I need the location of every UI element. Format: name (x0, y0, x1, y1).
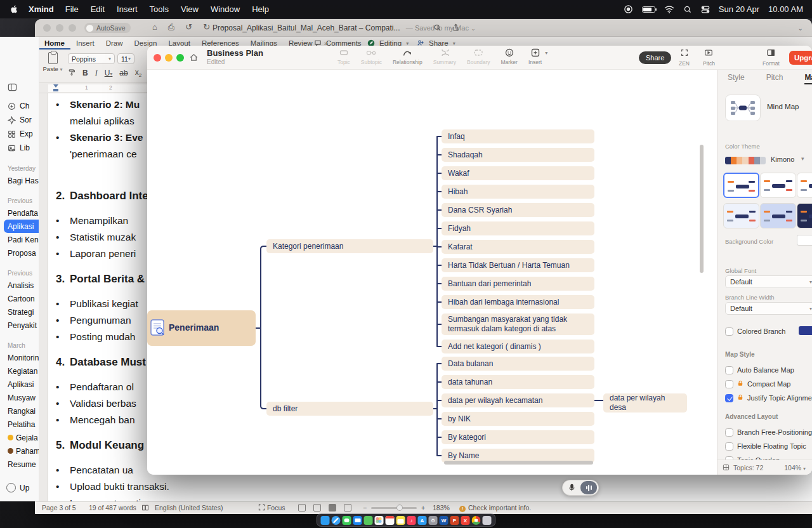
dock-app-store-icon[interactable]: A (418, 516, 427, 525)
font-name-select[interactable]: Poppins ▾ (68, 53, 115, 64)
flexible-floating-topic-checkbox[interactable] (725, 442, 733, 451)
language-indicator[interactable]: English (United States) (155, 504, 223, 512)
sidebar-chat-item[interactable]: Resume (0, 458, 39, 471)
word-zoom-button[interactable] (69, 24, 76, 32)
spellcheck-icon[interactable] (141, 504, 149, 513)
sidebar-toggle-icon[interactable] (8, 82, 17, 95)
word-tab-home[interactable]: Home (39, 37, 70, 50)
dock-mail-icon[interactable] (353, 516, 362, 525)
sidebar-item-lib[interactable]: Lib (0, 141, 39, 155)
mindmap-canvas[interactable]: PenerimaanKategori penerimaanInfaqShadaq… (147, 70, 717, 475)
theme-thumbnail-4[interactable] (723, 203, 759, 228)
menubar-menu-tools[interactable]: Tools (150, 4, 169, 14)
mindmap-branch-topic[interactable]: db filter (266, 402, 433, 416)
format-tab-style[interactable]: Style (728, 73, 745, 84)
menubar-menu-help[interactable]: Help (252, 4, 269, 14)
chevron-down-icon[interactable]: ⌄ (471, 25, 476, 32)
mindmap-subtopic[interactable]: Bantuan dari pemerintah (442, 277, 594, 291)
word-tab-draw[interactable]: Draw (100, 37, 129, 50)
autosave-toggle[interactable]: AutoSave (84, 23, 131, 33)
sidebar-chat-item[interactable]: Strategi (0, 305, 39, 319)
format-tab-pitch[interactable]: Pitch (766, 73, 783, 84)
mindmap-subtopic[interactable]: data per wilayah kecamatan (442, 393, 594, 407)
branch-line-width-dropdown[interactable]: Default ▾ (725, 302, 812, 315)
share-icon[interactable] (452, 23, 460, 34)
sidebar-chat-item[interactable]: Aplikasi (0, 378, 39, 391)
sidebar-chat-item[interactable]: Rangkai (0, 404, 39, 418)
word-tab-insert[interactable]: Insert (70, 37, 100, 50)
xmind-tool-boundary[interactable]: Boundary (467, 48, 490, 65)
page-count[interactable]: Page 3 of 5 (42, 504, 76, 512)
collapse-toolbar-chevron-icon[interactable]: ⌄ (798, 25, 803, 32)
dock-chrome-icon[interactable] (472, 516, 481, 525)
mindmap-subtopic[interactable]: Data bulanan (442, 357, 594, 371)
sidebar-chat-item[interactable]: Pelatiha (0, 418, 39, 431)
sidebar-chat-item[interactable]: Analisis (0, 279, 39, 292)
justify-topic-alignment-checkbox[interactable] (725, 394, 733, 402)
theme-name-value[interactable]: Kimono (771, 155, 794, 163)
pitch-mode-button[interactable]: Pitch (703, 48, 715, 67)
dictation-mic-button[interactable] (563, 484, 580, 492)
menubar-menu-window[interactable]: Window (211, 4, 240, 14)
sidebar-item-sor[interactable]: Sor (0, 113, 39, 127)
horizontal-scrollbar[interactable] (444, 461, 593, 465)
mindmap-branch-topic[interactable]: Kategori penerimaan (266, 239, 433, 253)
undo-icon[interactable]: ↺ (185, 22, 192, 32)
redo-icon[interactable]: ↻ (203, 22, 210, 32)
xmind-close-button[interactable] (154, 54, 161, 62)
zoom-percentage[interactable]: 183% (433, 504, 450, 512)
sidebar-account-item[interactable]: Up (0, 483, 39, 492)
zoom-in-button[interactable]: + (421, 504, 425, 512)
upgrade-button[interactable]: Upgrade (789, 51, 812, 65)
menubar-menu-file[interactable]: File (65, 4, 79, 14)
view-print-layout-icon[interactable] (329, 504, 336, 512)
spotlight-search-icon[interactable] (683, 5, 692, 14)
mindmap-root-topic[interactable]: Penerimaan (147, 310, 256, 346)
menubar-menu-insert[interactable]: Insert (117, 4, 138, 14)
sidebar-chat-item[interactable]: Musyaw (0, 391, 39, 404)
canvas-zoom-control[interactable]: 104% ▾ (784, 464, 806, 472)
sidebar-chat-item-selected[interactable]: Aplikasi (4, 220, 39, 233)
home-icon[interactable]: ⌂ (152, 22, 157, 32)
xmind-share-button[interactable]: Share (639, 51, 671, 64)
structure-preview-card[interactable] (725, 95, 761, 121)
word-minimize-button[interactable] (56, 24, 63, 32)
mindmap-subtopic[interactable]: Harta Tidak Bertuan / Harta Temuan (442, 258, 594, 272)
xmind-tool-marker[interactable]: Marker (501, 48, 517, 65)
xmind-tool-subtopic[interactable]: Subtopic (361, 48, 382, 65)
mindmap-subtopic[interactable]: Dana CSR Syariah (442, 203, 594, 217)
word-count[interactable]: 19 of 487 words (89, 504, 136, 512)
dock-powerpoint-icon[interactable]: P (450, 516, 459, 525)
dock-music-icon[interactable]: ♪ (407, 516, 416, 525)
mindmap-subtopic[interactable]: Hibah (442, 185, 594, 199)
bold-button[interactable]: B (82, 69, 88, 77)
dock-xmind-icon[interactable]: X (461, 516, 470, 525)
mindmap-subtopic[interactable]: by NIK (442, 412, 594, 426)
theme-thumbnail-2[interactable] (760, 173, 796, 198)
paste-button[interactable]: Paste ▾ (41, 52, 64, 72)
mindmap-subtopic[interactable]: By kategori (442, 430, 594, 444)
sidebar-chat-item[interactable]: Paham (0, 444, 39, 458)
italic-button[interactable]: I (95, 69, 98, 78)
sidebar-chat-item[interactable]: Gejala (0, 431, 39, 444)
zoom-slider-knob[interactable] (396, 505, 403, 511)
sidebar-chat-item[interactable]: Proposa (0, 246, 39, 260)
auto-balance-map-checkbox[interactable] (725, 366, 733, 374)
mindmap-subtopic[interactable]: data tahunan (442, 375, 594, 389)
theme-color-strip[interactable] (725, 157, 766, 164)
mindmap-subtopic[interactable]: Fidyah (442, 221, 594, 235)
dock-safari-icon[interactable] (332, 516, 341, 525)
wifi-icon[interactable] (664, 5, 674, 13)
dock-calendar-icon[interactable] (386, 516, 395, 525)
search-icon[interactable] (433, 23, 442, 34)
menubar-time[interactable]: 10.00 AM (768, 4, 803, 14)
recording-indicator-icon[interactable] (624, 4, 633, 14)
mindmap-subtopic[interactable]: Hibah dari lembaga internasional (442, 295, 594, 309)
home-icon[interactable] (189, 53, 199, 65)
sidebar-item-exp[interactable]: Exp (0, 127, 39, 141)
mindmap-subtopic[interactable]: Kafarat (442, 240, 594, 254)
dock-settings-icon[interactable]: ⚙ (429, 516, 438, 525)
dock-finder-icon[interactable] (321, 516, 330, 525)
print-icon[interactable]: ⎙ (168, 22, 174, 32)
dock-word-icon[interactable]: W (440, 516, 449, 525)
